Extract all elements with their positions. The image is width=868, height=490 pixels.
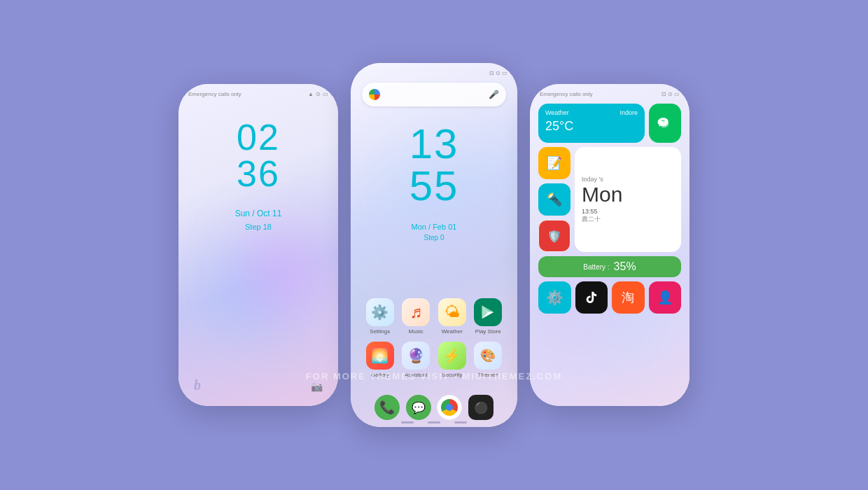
watermark: FOR MORE THEMES VISIT - MIUITHEMEZ.COM <box>306 371 562 382</box>
taobao-widget-app[interactable]: 淘 <box>612 281 645 314</box>
wifi-icon: ⊙ <box>316 91 321 97</box>
playstore-icon <box>474 298 502 326</box>
chrome-icon <box>441 399 458 416</box>
left-logo: b <box>194 377 201 393</box>
weather-widget[interactable]: Weather Indore 25°C <box>538 104 645 143</box>
dock-messages[interactable]: 💬 <box>406 395 431 420</box>
clock-minute: 36 <box>178 155 338 192</box>
nav-recent <box>454 421 467 424</box>
music-app[interactable]: ♬ Music <box>400 298 431 335</box>
music-icon: ♬ <box>402 298 430 326</box>
emergency-text: Emergency calls only <box>188 91 241 97</box>
left-screen: Emergency calls only ▲ ⊙ ▭ 02 36 Sun / O… <box>178 84 338 406</box>
nav-home <box>428 421 440 424</box>
widget-bottom-apps: ⚙️ 淘 👤 <box>538 281 681 314</box>
left-clock: 02 36 <box>178 119 338 192</box>
status-icons: ▲ ⊙ ▭ <box>308 91 328 97</box>
battery-widget: Battery : 35% <box>538 256 681 277</box>
center-clock: 13 55 <box>351 123 517 207</box>
widget-row-2: 📝 🔦 🛡️ today 's Mon 13:55 農二十 <box>538 147 681 252</box>
dock: 📞 💬 ⚫ <box>351 395 517 420</box>
weather-widget-label: Weather <box>545 109 569 116</box>
right-statusbar: Emergency calls only ⊡ ⊙ ▭ <box>540 91 680 97</box>
center-date: Mon / Feb 01 <box>351 223 517 231</box>
weather-icon: 🌤 <box>438 298 466 326</box>
playstore-app[interactable]: Play Store <box>472 298 503 335</box>
gallery-icon: 🌅 <box>366 342 394 370</box>
google-logo <box>369 89 380 100</box>
calendar-time: 13:55 <box>582 208 674 215</box>
security-app-widget[interactable]: 🛡️ <box>538 220 570 252</box>
settings-widget-app[interactable]: ⚙️ <box>538 281 571 314</box>
apps-column: 📝 🔦 🛡️ <box>538 147 570 252</box>
weather-temp: 25°C <box>545 119 638 134</box>
widget-row-1: Weather Indore 25°C <box>538 104 681 143</box>
right-status-icons: ⊡ ⊙ ▭ <box>662 91 680 97</box>
google-search-bar[interactable]: 🎤 <box>362 83 506 106</box>
dock-camera[interactable]: ⚫ <box>468 395 493 420</box>
weather-label: Weather <box>442 328 463 335</box>
music-label: Music <box>409 328 424 335</box>
left-date: Sun / Oct 11 <box>178 209 338 218</box>
signal-icon: ▲ <box>308 91 314 97</box>
battery-icon: ▭ <box>323 91 328 97</box>
settings-label: Settings <box>370 328 390 335</box>
mic-icon: 🎤 <box>489 90 499 99</box>
weather-app[interactable]: 🌤 Weather <box>437 298 468 335</box>
weather-location: Indore <box>620 109 638 116</box>
right-widgets: Weather Indore 25°C � <box>538 104 681 314</box>
right-emergency: Emergency calls only <box>540 91 593 97</box>
wechat-widget[interactable] <box>649 104 681 143</box>
dock-chrome[interactable] <box>437 395 462 420</box>
phones-container: Emergency calls only ▲ ⊙ ▭ 02 36 Sun / O… <box>0 0 868 490</box>
center-status-icons: ⊡ ⊙ ▭ <box>489 70 507 76</box>
security-icon: ⚡ <box>438 342 466 370</box>
left-camera-icon: 📷 <box>311 381 323 392</box>
right-screen: Emergency calls only ⊡ ⊙ ▭ Weather Indor… <box>530 84 690 406</box>
left-blob-purple <box>233 224 331 322</box>
notes-app-widget[interactable]: 📝 <box>538 147 570 179</box>
contacts-widget-app[interactable]: 👤 <box>649 281 682 314</box>
battery-label: Battery : <box>583 263 609 271</box>
center-clock-minute: 55 <box>351 165 517 207</box>
calendar-widget[interactable]: today 's Mon 13:55 農二十 <box>575 147 681 252</box>
center-steps: Step 0 <box>351 234 517 241</box>
left-steps: Step 18 <box>178 223 338 231</box>
calendar-today-label: today 's <box>582 176 674 183</box>
battery-value: 35% <box>614 260 636 273</box>
settings-app[interactable]: ⚙️ Settings <box>365 298 396 335</box>
themes-icon: 🎨 <box>474 342 502 370</box>
flashlight-app-widget[interactable]: 🔦 <box>538 183 570 216</box>
assistant-icon: 🔮 <box>402 342 430 370</box>
settings-icon: ⚙️ <box>366 298 394 326</box>
nav-back <box>401 421 414 424</box>
center-clock-hour: 13 <box>351 123 517 165</box>
app-row-1: ⚙️ Settings ♬ Music 🌤 Weather <box>362 298 506 335</box>
phone-left: Emergency calls only ▲ ⊙ ▭ 02 36 Sun / O… <box>178 84 338 406</box>
tiktok-widget-app[interactable] <box>575 281 608 314</box>
center-statusbar: ⊡ ⊙ ▭ <box>360 70 507 76</box>
left-statusbar: Emergency calls only ▲ ⊙ ▭ <box>188 91 328 97</box>
calendar-day: Mon <box>582 184 674 205</box>
weather-header: Weather Indore <box>545 109 638 116</box>
clock-hour: 02 <box>178 119 338 155</box>
playstore-label: Play Store <box>475 328 501 335</box>
phone-right: Emergency calls only ⊡ ⊙ ▭ Weather Indor… <box>530 84 690 406</box>
dock-phone[interactable]: 📞 <box>374 395 400 420</box>
nav-bar <box>351 421 517 426</box>
calendar-cn-date: 農二十 <box>582 215 674 224</box>
